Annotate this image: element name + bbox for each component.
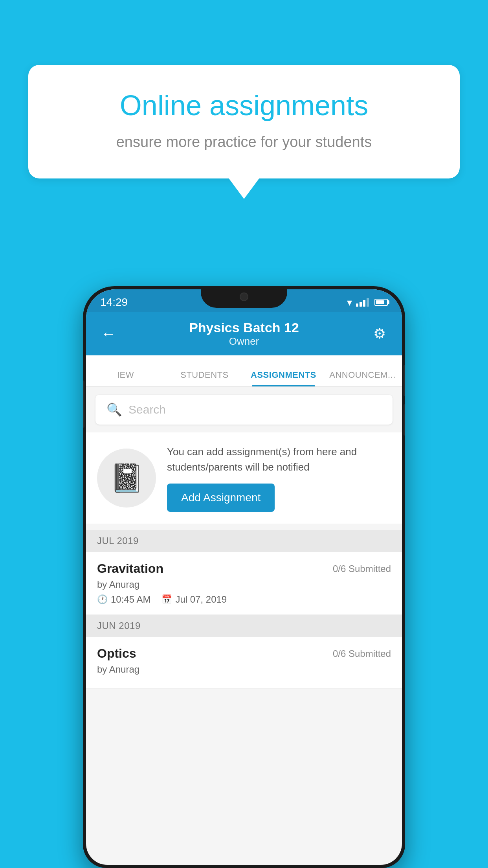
assignment-illustration: 📓 — [97, 449, 156, 508]
header-title: Physics Batch 12 — [189, 320, 299, 335]
front-camera — [240, 292, 248, 301]
search-bar[interactable]: 🔍 Search — [95, 395, 393, 425]
assignment-meta-gravitation: 🕐 10:45 AM 📅 Jul 07, 2019 — [97, 594, 391, 605]
phone-notch — [201, 286, 287, 308]
signal-bar-1 — [356, 303, 358, 307]
speech-bubble-container: Online assignments ensure more practice … — [28, 65, 460, 178]
assignment-submitted-gravitation: 0/6 Submitted — [333, 563, 391, 574]
signal-icon — [356, 298, 369, 307]
assignment-info: You can add assignment(s) from here and … — [167, 444, 391, 512]
header-subtitle: Owner — [189, 335, 299, 348]
tab-students[interactable]: STUDENTS — [165, 370, 244, 386]
tab-overview[interactable]: IEW — [86, 370, 165, 386]
search-icon: 🔍 — [106, 402, 122, 417]
month-divider-jul: JUL 2019 — [86, 530, 402, 552]
phone-screen: 14:29 ▾ ← Physics Batch 12 Owner — [86, 289, 402, 865]
assignment-author-gravitation: by Anurag — [97, 579, 391, 590]
wifi-icon: ▾ — [347, 296, 352, 309]
status-icons: ▾ — [347, 296, 388, 309]
notebook-icon: 📓 — [110, 462, 144, 494]
signal-bar-4 — [367, 298, 369, 307]
assignment-date-gravitation: 📅 Jul 07, 2019 — [161, 594, 227, 605]
assignment-item-optics[interactable]: Optics 0/6 Submitted by Anurag — [86, 637, 402, 689]
clock-icon: 🕐 — [97, 594, 108, 605]
bubble-title: Online assignments — [56, 88, 432, 122]
header-center: Physics Batch 12 Owner — [189, 320, 299, 348]
bubble-subtitle: ensure more practice for your students — [56, 132, 432, 153]
month-label-jun: JUN 2019 — [97, 620, 141, 631]
calendar-icon: 📅 — [161, 594, 172, 605]
volume-up-button — [404, 365, 405, 396]
back-button[interactable]: ← — [99, 326, 118, 342]
assignment-date-value: Jul 07, 2019 — [175, 594, 227, 605]
speech-bubble: Online assignments ensure more practice … — [28, 65, 460, 178]
assignment-item-header: Gravitation 0/6 Submitted — [97, 561, 391, 576]
assignment-title-optics: Optics — [97, 646, 136, 661]
tab-bar: IEW STUDENTS ASSIGNMENTS ANNOUNCEM... — [86, 355, 402, 387]
assignment-item-gravitation[interactable]: Gravitation 0/6 Submitted by Anurag 🕐 10… — [86, 552, 402, 615]
battery-icon — [374, 299, 388, 306]
signal-bar-2 — [360, 302, 362, 307]
add-assignment-card: 📓 You can add assignment(s) from here an… — [86, 432, 402, 524]
assignment-item-header-optics: Optics 0/6 Submitted — [97, 646, 391, 661]
month-label-jul: JUL 2019 — [97, 535, 139, 546]
tab-assignments[interactable]: ASSIGNMENTS — [244, 370, 323, 386]
tab-announcements[interactable]: ANNOUNCEM... — [323, 370, 402, 386]
phone-frame: 14:29 ▾ ← Physics Batch 12 Owner — [83, 286, 405, 868]
power-button — [83, 381, 84, 428]
signal-bar-3 — [363, 300, 365, 307]
month-divider-jun: JUN 2019 — [86, 615, 402, 637]
settings-icon[interactable]: ⚙ — [370, 326, 389, 342]
assignment-description: You can add assignment(s) from here and … — [167, 444, 391, 475]
app-header: ← Physics Batch 12 Owner ⚙ — [86, 312, 402, 355]
volume-down-button — [404, 404, 405, 436]
assignment-time-gravitation: 🕐 10:45 AM — [97, 594, 150, 605]
search-placeholder-text: Search — [128, 403, 166, 416]
assignment-author-optics: by Anurag — [97, 664, 391, 675]
battery-fill — [376, 300, 384, 304]
assignment-title-gravitation: Gravitation — [97, 561, 163, 576]
assignment-submitted-optics: 0/6 Submitted — [333, 648, 391, 659]
content-area: 🔍 Search 📓 You can add assignment(s) fro… — [86, 387, 402, 689]
status-time: 14:29 — [100, 296, 128, 309]
assignment-time-value: 10:45 AM — [111, 594, 150, 605]
add-assignment-button[interactable]: Add Assignment — [167, 484, 275, 512]
